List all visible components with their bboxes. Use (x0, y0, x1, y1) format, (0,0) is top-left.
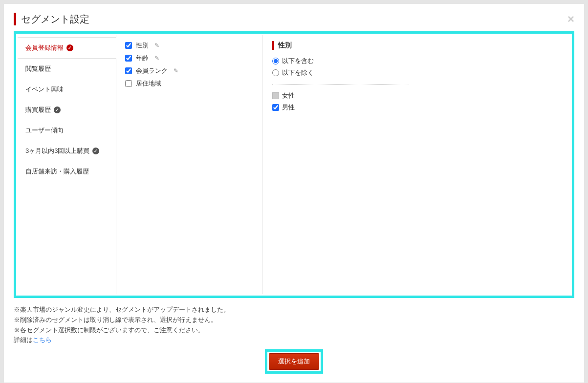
sidebar-item-member-info[interactable]: 会員登録情報 (18, 37, 116, 59)
sidebar-item-label: 購買履歴 (25, 106, 51, 114)
panels-container: 会員登録情報 閲覧履歴 イベント興味 購買履歴 ユーザー傾向 3ヶ月以内3回 (18, 35, 570, 294)
pencil-icon[interactable]: ✎ (174, 67, 178, 74)
segment-settings-modal: セグメント設定 × 会員登録情報 閲覧履歴 イベント興味 購買履歴 (4, 4, 584, 383)
sidebar-item-event-interest[interactable]: イベント興味 (18, 79, 116, 100)
detail-link[interactable]: こちら (33, 336, 52, 343)
option-label: 男性 (282, 103, 295, 112)
option-row-female: 女性 (272, 91, 561, 100)
attribute-checkbox-rank[interactable] (125, 67, 132, 74)
sidebar-item-store-visit[interactable]: 自店舗来訪・購入履歴 (18, 161, 116, 182)
detail-panel: 性別 以下を含む 以下を除く 女性 男性 (262, 35, 570, 294)
option-label: 女性 (282, 91, 295, 100)
sidebar-item-label: 自店舗来訪・購入履歴 (25, 167, 89, 176)
radio-exclude[interactable] (272, 69, 279, 76)
radio-include[interactable] (272, 58, 279, 64)
attribute-row-gender: 性別 ✎ (125, 41, 253, 50)
sidebar-item-label: 3ヶ月以内3回以上購買 (25, 147, 89, 155)
check-badge-icon (92, 148, 99, 154)
radio-label: 以下を除く (282, 68, 314, 77)
divider (272, 84, 409, 85)
option-row-male: 男性 (272, 103, 561, 112)
checkbox-female-disabled (272, 92, 279, 99)
add-selection-button[interactable]: 選択を追加 (269, 353, 319, 370)
attribute-row-rank: 会員ランク ✎ (125, 66, 253, 75)
check-badge-icon (66, 44, 73, 51)
detail-prefix: 詳細は (14, 336, 33, 343)
attributes-panel: 性別 ✎ 年齢 ✎ 会員ランク ✎ 居住地域 (116, 35, 262, 294)
sidebar-item-browse-history[interactable]: 閲覧履歴 (18, 59, 116, 79)
button-highlight: 選択を追加 (265, 349, 323, 374)
radio-row-include: 以下を含む (272, 57, 561, 65)
sidebar-item-label: イベント興味 (25, 85, 64, 94)
close-icon[interactable]: × (567, 13, 574, 25)
sidebar-item-label: 閲覧履歴 (25, 64, 51, 73)
sidebar-item-user-trend[interactable]: ユーザー傾向 (18, 120, 116, 141)
sidebar-item-label: 会員登録情報 (25, 43, 64, 52)
sidebar-item-3month-purchase[interactable]: 3ヶ月以内3回以上購買 (18, 141, 116, 161)
pencil-icon[interactable]: ✎ (154, 55, 159, 62)
attribute-checkbox-gender[interactable] (125, 42, 132, 49)
attribute-row-region: 居住地域 (125, 79, 253, 88)
attribute-checkbox-age[interactable] (125, 55, 132, 62)
pencil-icon[interactable]: ✎ (154, 42, 159, 49)
sidebar-item-label: ユーザー傾向 (25, 126, 64, 135)
detail-section-title: 性別 (272, 41, 561, 50)
sidebar: 会員登録情報 閲覧履歴 イベント興味 購買履歴 ユーザー傾向 3ヶ月以内3回 (18, 35, 116, 294)
note-line: ※楽天市場のジャンル変更により、セグメントがアップデートされました。 (14, 305, 574, 315)
attribute-row-age: 年齢 ✎ (125, 54, 253, 63)
note-line: ※各セグメント選択数に制限がございますので、ご注意ください。 (14, 325, 574, 336)
attribute-label: 年齢 (136, 54, 149, 63)
note-line: ※削除済みのセグメントは取り消し線で表示され、選択が行えません。 (14, 315, 574, 325)
attribute-label: 会員ランク (136, 66, 168, 75)
button-row: 選択を追加 (14, 349, 574, 374)
modal-header: セグメント設定 × (14, 13, 574, 25)
attribute-label: 性別 (136, 41, 149, 50)
radio-label: 以下を含む (282, 57, 314, 65)
radio-row-exclude: 以下を除く (272, 68, 561, 77)
attribute-label: 居住地域 (136, 79, 161, 88)
attribute-checkbox-region[interactable] (125, 80, 132, 87)
modal-title: セグメント設定 (14, 13, 89, 25)
segment-config-highlight: 会員登録情報 閲覧履歴 イベント興味 購買履歴 ユーザー傾向 3ヶ月以内3回 (14, 31, 574, 298)
checkbox-male[interactable] (272, 104, 279, 111)
sidebar-item-purchase-history[interactable]: 購買履歴 (18, 100, 116, 120)
check-badge-icon (54, 106, 61, 113)
note-detail-line: 詳細はこちら (14, 335, 574, 345)
notes-section: ※楽天市場のジャンル変更により、セグメントがアップデートされました。 ※削除済み… (14, 305, 574, 345)
